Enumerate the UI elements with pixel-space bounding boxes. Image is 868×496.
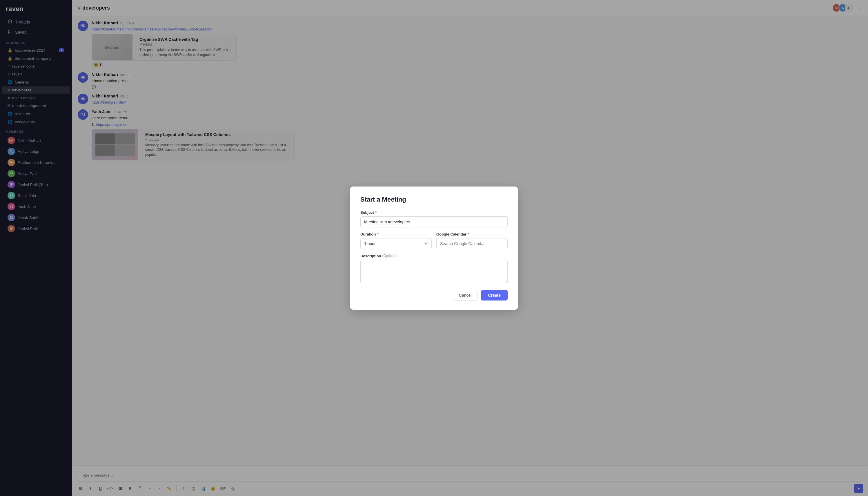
start-meeting-modal: Start a Meeting Subject * Duration * 30 … bbox=[350, 186, 518, 310]
description-group: Description (Optional) bbox=[360, 254, 508, 283]
subject-input[interactable] bbox=[360, 216, 508, 228]
optional-marker: (Optional) bbox=[382, 254, 398, 258]
modal-actions: Cancel Create bbox=[360, 290, 508, 300]
duration-label: Duration * bbox=[360, 232, 432, 236]
description-label: Description (Optional) bbox=[360, 254, 508, 258]
google-calendar-input[interactable] bbox=[436, 238, 508, 249]
required-marker: * bbox=[468, 232, 469, 236]
duration-calendar-row: Duration * 30 minutes 1 hour 1.5 hours 2… bbox=[360, 232, 508, 249]
duration-group: Duration * 30 minutes 1 hour 1.5 hours 2… bbox=[360, 232, 432, 249]
create-button[interactable]: Create bbox=[481, 290, 508, 300]
google-calendar-group: Google Calendar * bbox=[436, 232, 508, 249]
modal-overlay: Start a Meeting Subject * Duration * 30 … bbox=[0, 0, 868, 496]
cancel-button[interactable]: Cancel bbox=[453, 290, 478, 300]
required-marker: * bbox=[375, 210, 376, 215]
google-calendar-label: Google Calendar * bbox=[436, 232, 508, 236]
subject-label: Subject * bbox=[360, 210, 508, 215]
modal-title: Start a Meeting bbox=[360, 196, 508, 203]
duration-select[interactable]: 30 minutes 1 hour 1.5 hours 2 hours bbox=[360, 238, 432, 249]
description-textarea[interactable] bbox=[360, 260, 508, 283]
required-marker: * bbox=[377, 232, 378, 236]
